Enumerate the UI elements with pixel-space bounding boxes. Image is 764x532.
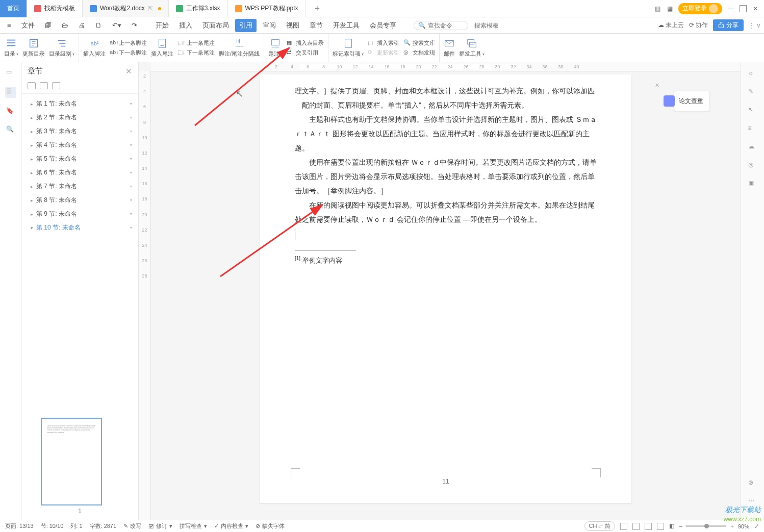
menu-chapter[interactable]: 章节 — [305, 19, 327, 32]
rrail-cloud-icon[interactable]: ☁ — [748, 143, 757, 152]
update-toc-button[interactable]: 更新目录 — [22, 38, 45, 58]
text-cursor[interactable] — [295, 229, 295, 240]
menu-devtools[interactable]: 开发工具 — [329, 19, 364, 32]
menu-chevron-icon[interactable]: ⋮ ∨ — [749, 22, 761, 29]
nav-add-section-icon[interactable] — [28, 82, 36, 89]
chapter-dropdown-icon[interactable]: ▾ — [130, 225, 132, 230]
add-tab-button[interactable]: ＋ — [306, 3, 328, 14]
chapter-item[interactable]: ▸第 9 节: 未命名▾ — [21, 207, 138, 221]
rrail-layout-icon[interactable]: ▣ — [748, 180, 757, 189]
next-footnote-button[interactable]: ab↓下一条脚注 — [110, 49, 147, 57]
status-words[interactable]: 字数: 2871 — [90, 522, 117, 530]
chapter-item[interactable]: ▸第 8 节: 未命名▾ — [21, 193, 138, 207]
menu-view[interactable]: 视图 — [282, 19, 303, 32]
chapter-dropdown-icon[interactable]: ▾ — [130, 184, 132, 189]
coop-button[interactable]: ⟳ 协作 — [689, 21, 708, 30]
template-search[interactable] — [470, 21, 514, 30]
mark-index-button[interactable]: 标记索引项▾ — [333, 38, 364, 58]
qat-preview-icon[interactable]: 🗋 — [91, 19, 106, 31]
menu-layout[interactable]: 页面布局 — [198, 19, 233, 32]
cloud-status[interactable]: ☁ 未上云 — [658, 21, 684, 30]
footnote[interactable]: [1] 举例文字内容 — [295, 254, 597, 267]
menu-insert[interactable]: 插入 — [175, 19, 196, 32]
status-missing-font[interactable]: ⊘ 缺失字体 — [256, 522, 285, 530]
rrail-clipboard-icon[interactable]: ≡ — [748, 124, 757, 134]
paragraph[interactable]: 理文字。］提供了页眉、页脚、封面和文本框设计，这些设计可互为补充。例如，你可以添… — [302, 84, 597, 112]
chapter-item[interactable]: ▸第 3 节: 未命名▾ — [21, 124, 138, 138]
status-spellcheck[interactable]: 拼写检查 ▾ — [180, 522, 207, 530]
chapter-dropdown-icon[interactable]: ▾ — [130, 198, 132, 202]
qat-print-icon[interactable]: 🖨 — [74, 19, 89, 31]
rrail-target-icon[interactable]: ◎ — [748, 161, 757, 170]
view-read-icon[interactable] — [657, 523, 664, 530]
tab-template-store[interactable]: 找稻壳模板 — [27, 0, 83, 17]
tab-word-doc[interactable]: Word教程2.docx ⇱ — [83, 0, 169, 17]
template-search-input[interactable] — [474, 22, 510, 29]
insert-footnote-button[interactable]: ab¹插入脚注 — [83, 38, 106, 58]
horizontal-ruler[interactable]: 246810121416182022242628303234363840 — [151, 62, 741, 71]
status-revision[interactable]: 🗹 修订 ▾ — [148, 522, 172, 530]
doc-discover-button[interactable]: ◎文档发现 — [403, 49, 435, 57]
cross-ref-button[interactable]: ⇄交叉引用 — [287, 49, 324, 57]
rrail-edit-icon[interactable]: ✎ — [748, 88, 757, 97]
qat-undo-icon[interactable]: ↶▾ — [108, 19, 125, 31]
command-search[interactable]: 🔍 — [414, 21, 468, 30]
view-outline-icon[interactable] — [632, 523, 640, 530]
prev-footnote-button[interactable]: ab↑上一条脚注 — [110, 39, 147, 47]
view-web-icon[interactable] — [645, 523, 652, 530]
nav-del-section-icon[interactable] — [40, 82, 48, 89]
chapter-dropdown-icon[interactable]: ▾ — [130, 129, 132, 134]
paragraph[interactable]: 使用在需要位置出现的新按钮在 Ｗｏｒｄ中保存时间。若要更改图片适应文档的方式，请… — [295, 155, 597, 198]
footnote-separator-button[interactable]: [i]脚注/尾注分隔线 — [219, 38, 260, 58]
chapter-item[interactable]: ▸第 4 节: 未命名▾ — [21, 138, 138, 152]
nav-close-icon[interactable]: ✕ — [125, 67, 132, 76]
paper-check-close-icon[interactable]: ✕ — [655, 82, 659, 89]
status-content-check[interactable]: ✓ 内容检查 ▾ — [214, 522, 248, 530]
tab-xlsx-doc[interactable]: 工作簿3.xlsx — [169, 0, 228, 17]
chapter-item[interactable]: ▸第 6 节: 未命名▾ — [21, 166, 138, 180]
rrail-help-icon[interactable]: ⊚ — [748, 479, 757, 488]
login-button[interactable]: 立即登录 — [678, 3, 722, 14]
menu-vip[interactable]: 会员专享 — [366, 19, 400, 32]
page-thumbnail[interactable]: Lorem ipsum dolor sit amet consectetur a… — [41, 418, 102, 505]
qat-save-icon[interactable]: 🗐 — [41, 19, 56, 31]
paragraph[interactable]: 主题和样式也有助于文档保持协调。当你单击设计并选择新的主题时，图片、图表或 Ｓｍ… — [295, 112, 597, 155]
status-expand-icon[interactable]: ⤢ — [754, 523, 759, 529]
toc-button[interactable]: 目录▾ — [4, 38, 18, 58]
vertical-ruler[interactable]: 246810121416182022242628 — [139, 71, 151, 520]
tab-ppt-doc[interactable]: WPS PPT教程.pptx — [228, 0, 306, 17]
insert-endnote-button[interactable]: 插入尾注 — [151, 38, 173, 58]
menu-file[interactable]: 文件 — [17, 19, 39, 32]
command-search-input[interactable] — [428, 22, 464, 29]
mail-button[interactable]: 邮件 — [444, 38, 455, 58]
prev-endnote-button[interactable]: ⬚↑上一条尾注 — [177, 39, 215, 47]
menu-review[interactable]: 审阅 — [259, 19, 280, 32]
minimize-button[interactable]: — — [727, 5, 734, 12]
nav-add-page-icon[interactable] — [52, 82, 60, 89]
chapter-dropdown-icon[interactable]: ▾ — [130, 115, 132, 120]
search-lib-button[interactable]: 🔍搜索文库 — [403, 39, 435, 47]
toc-level-button[interactable]: 目录级别▾ — [49, 38, 74, 58]
rail-bookmark-icon[interactable]: 🔖 — [6, 107, 15, 116]
chapter-item[interactable]: ▸第 1 节: 未命名▾ — [21, 97, 138, 111]
chapter-item[interactable]: ▾第 10 节: 未命名▾ — [21, 221, 138, 235]
chapter-item[interactable]: ▸第 5 节: 未命名▾ — [21, 152, 138, 166]
status-section[interactable]: 节: 10/10 — [41, 522, 64, 530]
zoom-control[interactable]: − ＋ 90% — [679, 522, 749, 530]
menu-start[interactable]: 开始 — [151, 19, 173, 32]
qat-open-icon[interactable]: 🗁 — [58, 19, 72, 31]
share-button[interactable]: 凸 分享 — [713, 19, 743, 31]
next-endnote-button[interactable]: ⬚↓下一条尾注 — [177, 49, 215, 57]
insert-index-button[interactable]: ⬚插入索引 — [368, 39, 399, 47]
page-scroll[interactable]: ↖ 理文字。］提供了页眉、页脚、封面和文本框设计，这些设计可互为补充。例如，你可… — [151, 71, 741, 520]
status-rewrite[interactable]: ✎ 改写 — [123, 522, 141, 530]
chapter-dropdown-icon[interactable]: ▾ — [130, 157, 132, 161]
group-send-button[interactable]: 群发工具▾ — [459, 38, 485, 58]
close-button[interactable]: ✕ — [752, 5, 759, 12]
chapter-dropdown-icon[interactable]: ▾ — [130, 170, 132, 175]
document-page[interactable]: ↖ 理文字。］提供了页眉、页脚、封面和文本框设计，这些设计可互为补充。例如，你可… — [260, 74, 631, 503]
status-page[interactable]: 页面: 13/13 — [5, 522, 34, 530]
zoom-in-button[interactable]: ＋ — [729, 522, 735, 530]
insert-table-toc-button[interactable]: ▦插入表目录 — [287, 39, 324, 47]
status-ime[interactable]: CH ⥂ 简 — [584, 521, 615, 531]
